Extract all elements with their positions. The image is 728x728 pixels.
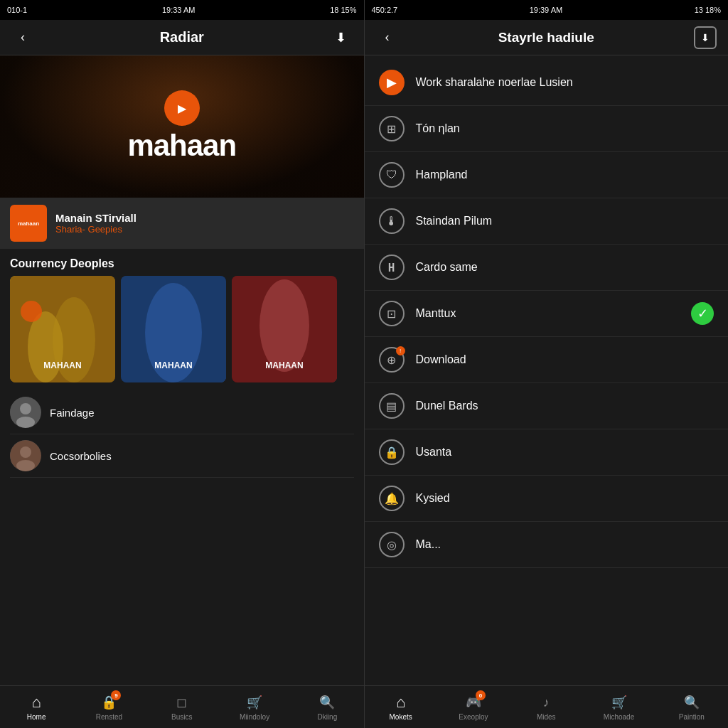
menu-label-ton-plan: Tón ηlan (416, 122, 714, 135)
nav-rensted-label: Rensted (96, 713, 122, 721)
person-list: Faindage Cocsorbolies (0, 391, 364, 478)
menu-label-download: Download (416, 353, 714, 366)
download-badge: ! (396, 346, 405, 355)
mides-icon: ♪ (537, 693, 555, 712)
movie-cards-row: MAHAAN MAHAAN MAHAAN (0, 276, 364, 391)
menu-item-hampland[interactable]: 🛡 Hampland (365, 152, 729, 198)
person-item-1[interactable]: Faindage (10, 391, 354, 434)
menu-label-ma: Ma... (416, 538, 714, 551)
exeoploy-badge: 0 (476, 690, 486, 700)
battery-right: 13 18% (695, 6, 721, 14)
left-panel: 010-1 19:33 AM 18 15% ‹ Radiar ⬇ ▶ mahaa… (0, 0, 364, 728)
bottom-nav-right: ⌂ Mokets 🎮 0 Exeoploy ♪ Mides 🛒 Michoade… (365, 685, 729, 728)
back-button-left[interactable]: ‹ (11, 26, 34, 49)
person-item-2[interactable]: Cocsorbolies (10, 434, 354, 478)
nav-michoade-label: Michoade (604, 713, 634, 721)
person-name-2: Cocsorbolies (50, 450, 112, 462)
track-artist: Sharia- Geepies (55, 224, 354, 235)
nav-mokets[interactable]: ⌂ Mokets (383, 693, 419, 721)
svg-point-12 (20, 403, 31, 414)
menu-item-ma[interactable]: ◎ Ma... (365, 522, 729, 568)
nav-bar-right: ‹ Stayrle hadiule ⬇ (365, 20, 729, 55)
menu-label-work-sharalahe: Work sharalahe noerlae Lusien (416, 76, 714, 89)
movie-card-bg-3: MAHAAN (232, 276, 337, 382)
menu-label-kysied: Kysied (416, 492, 714, 505)
carrier-right: 450:2.7 (372, 6, 398, 14)
menu-icon-list: ▤ (379, 393, 405, 419)
menu-checkmark-manttux: ✓ (691, 302, 714, 325)
avatar-1 (10, 397, 41, 428)
menu-item-staindan-pilum[interactable]: 🌡 Staindan Pilum (365, 198, 729, 245)
page-title-right: Stayrle hadiule (498, 30, 594, 46)
svg-text:MAHAAN: MAHAAN (265, 360, 303, 370)
menu-item-ton-plan[interactable]: ⊞ Tón ηlan (365, 106, 729, 152)
svg-point-15 (20, 446, 31, 458)
section-title: Courrency Deoples (0, 249, 364, 276)
nav-miindoloy[interactable]: 🛒 Miindoloy (237, 693, 272, 721)
download-button-right[interactable]: ⬇ (694, 26, 717, 49)
rensted-badge: 9 (111, 690, 121, 700)
hero-logo-text: mahaan (127, 129, 236, 163)
menu-icon-grid: ⊞ (379, 116, 405, 141)
nav-dkiing-label: Dkiing (317, 713, 337, 721)
michoade-icon: 🛒 (610, 693, 628, 712)
menu-label-cardo-same: Cardo same (416, 261, 714, 274)
menu-list: ▶ Work sharalahe noerlae Lusien ⊞ Tón ηl… (365, 55, 729, 685)
album-thumbnail: mahaan (10, 205, 47, 242)
menu-item-usanta[interactable]: 🔒 Usanta (365, 429, 729, 476)
download-button-left[interactable]: ⬇ (330, 26, 353, 49)
nav-mides-label: Mides (537, 713, 556, 721)
menu-item-manttux[interactable]: ⊡ Manttux ✓ (365, 291, 729, 337)
menu-item-kysied[interactable]: 🔔 Kysied (365, 476, 729, 522)
menu-icon-download: ⊕ ! (379, 347, 405, 373)
nav-exeoploy-label: Exeoploy (459, 713, 488, 721)
menu-icon-thermometer: 🌡 (379, 208, 405, 234)
nav-busics[interactable]: ◻ Busics (164, 693, 200, 721)
nav-home[interactable]: ⌂ Home (18, 693, 54, 721)
rensted-icon: 🔒 9 (100, 693, 118, 712)
dkiing-icon: 🔍 (318, 693, 336, 712)
menu-label-dunel-bards: Dunel Bards (416, 400, 714, 412)
track-title: Manain STirviall (55, 212, 354, 224)
exeoploy-icon: 🎮 0 (464, 693, 483, 712)
nav-bar-left: ‹ Radiar ⬇ (0, 20, 364, 55)
home-icon: ⌂ (27, 693, 46, 712)
menu-label-manttux: Manttux (416, 307, 680, 320)
now-playing-info: Manain STirviall Sharia- Geepies (55, 212, 354, 235)
movie-card-bg-2: MAHAAN (121, 276, 226, 382)
movie-card-1[interactable]: MAHAAN (10, 276, 115, 382)
hero-play-button[interactable]: ▶ (164, 90, 200, 126)
nav-rensted[interactable]: 🔒 9 Rensted (91, 693, 127, 721)
menu-label-usanta: Usanta (416, 446, 714, 459)
paintion-icon: 🔍 (682, 693, 701, 712)
nav-exeoploy[interactable]: 🎮 0 Exeoploy (456, 693, 491, 721)
nav-miindoloy-label: Miindoloy (240, 713, 269, 721)
movie-card-3[interactable]: MAHAAN (232, 276, 337, 382)
menu-item-cardo-same[interactable]: H Cardo same (365, 245, 729, 291)
right-panel: 450:2.7 19:39 AM 13 18% ‹ Stayrle hadiul… (365, 0, 729, 728)
menu-item-work-sharalahe[interactable]: ▶ Work sharalahe noerlae Lusien (365, 60, 729, 106)
person-name-1: Faindage (50, 407, 95, 419)
svg-text:MAHAAN: MAHAAN (43, 360, 81, 370)
nav-mides[interactable]: ♪ Mides (528, 693, 564, 721)
svg-point-13 (16, 417, 35, 428)
page-title-left: Radiar (160, 29, 204, 46)
play-icon: ▶ (178, 102, 186, 115)
back-button-right[interactable]: ‹ (376, 26, 399, 49)
menu-icon-h: H (379, 255, 405, 280)
nav-mokets-label: Mokets (390, 713, 412, 721)
menu-item-download[interactable]: ⊕ ! Download (365, 337, 729, 383)
mokets-icon: ⌂ (392, 693, 410, 712)
nav-dkiing[interactable]: 🔍 Dkiing (309, 693, 345, 721)
menu-icon-circle: ◎ (379, 532, 405, 557)
nav-paintion[interactable]: 🔍 Paintion (674, 693, 710, 721)
svg-point-3 (21, 301, 42, 322)
menu-item-dunel-bards[interactable]: ▤ Dunel Bards (365, 383, 729, 429)
movie-card-2[interactable]: MAHAAN (121, 276, 226, 382)
menu-icon-bell: 🔔 (379, 486, 405, 511)
hero-section: ▶ mahaan (0, 55, 364, 198)
status-bar-right: 450:2.7 19:39 AM 13 18% (365, 0, 729, 20)
now-playing-bar[interactable]: mahaan Manain STirviall Sharia- Geepies (0, 198, 364, 249)
nav-michoade[interactable]: 🛒 Michoade (601, 693, 637, 721)
carrier-left: 010-1 (7, 6, 27, 14)
